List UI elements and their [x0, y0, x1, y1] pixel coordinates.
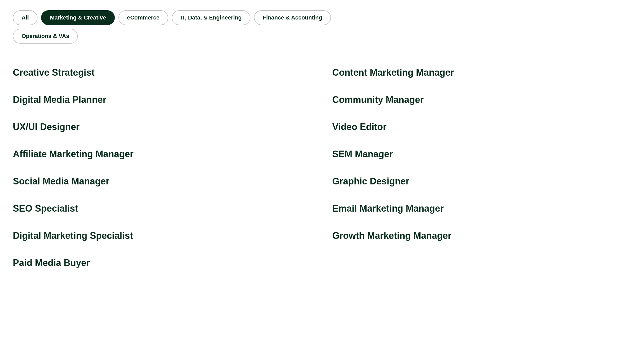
- job-item-creative-strategist[interactable]: Creative Strategist: [13, 59, 312, 86]
- filter-bar-row1: AllMarketing & CreativeeCommerceIT, Data…: [13, 10, 631, 25]
- filter-btn-it-data-engineering[interactable]: IT, Data, & Engineering: [172, 10, 250, 25]
- job-item-social-media-manager[interactable]: Social Media Manager: [13, 168, 312, 195]
- job-item-seo-specialist[interactable]: SEO Specialist: [13, 195, 312, 222]
- filter-btn-all[interactable]: All: [13, 10, 37, 25]
- job-item-community-manager[interactable]: Community Manager: [332, 86, 631, 113]
- job-item-digital-media-planner[interactable]: Digital Media Planner: [13, 86, 312, 113]
- filter-bar-row2: Operations & VAs: [13, 29, 631, 44]
- job-item-paid-media-buyer[interactable]: Paid Media Buyer: [13, 249, 312, 277]
- job-item-growth-marketing-manager[interactable]: Growth Marketing Manager: [332, 222, 631, 249]
- filter-btn-marketing-creative[interactable]: Marketing & Creative: [41, 10, 115, 25]
- job-item-ux-ui-designer[interactable]: UX/UI Designer: [13, 113, 312, 141]
- filter-btn-operations-vas[interactable]: Operations & VAs: [13, 29, 78, 44]
- job-item-email-marketing-manager[interactable]: Email Marketing Manager: [332, 195, 631, 222]
- job-item-sem-manager[interactable]: SEM Manager: [332, 141, 631, 168]
- job-item-graphic-designer[interactable]: Graphic Designer: [332, 168, 631, 195]
- job-item-empty: [332, 249, 631, 277]
- filter-btn-finance-accounting[interactable]: Finance & Accounting: [254, 10, 331, 25]
- job-item-content-marketing-manager[interactable]: Content Marketing Manager: [332, 59, 631, 86]
- job-item-affiliate-marketing-manager[interactable]: Affiliate Marketing Manager: [13, 141, 312, 168]
- job-grid: Creative StrategistContent Marketing Man…: [13, 59, 631, 277]
- job-item-digital-marketing-specialist[interactable]: Digital Marketing Specialist: [13, 222, 312, 249]
- job-item-video-editor[interactable]: Video Editor: [332, 113, 631, 141]
- filter-btn-ecommerce[interactable]: eCommerce: [118, 10, 168, 25]
